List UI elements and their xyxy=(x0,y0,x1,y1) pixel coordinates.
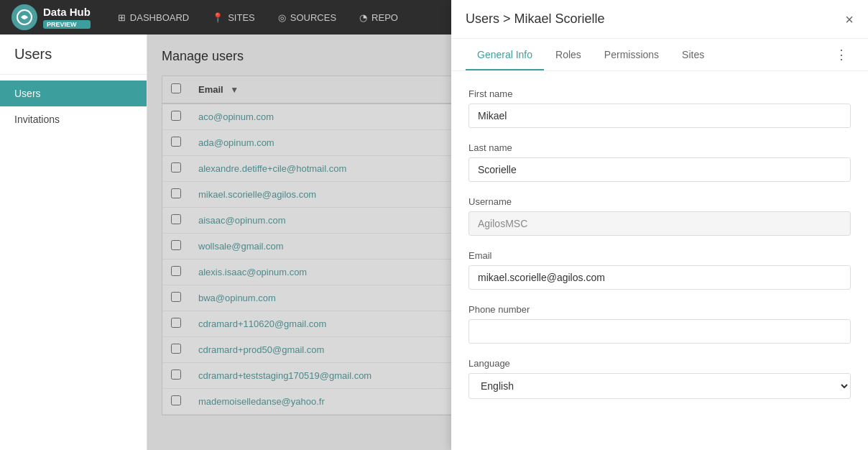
nav-sources[interactable]: ◎ SOURCES xyxy=(268,8,346,27)
pie-icon: ◔ xyxy=(359,12,367,23)
modal-body: First name Last name Username Email Phon… xyxy=(451,71,868,450)
nav-items: ⊞ DASHBOARD 📍 SITES ◎ SOURCES ◔ REPO xyxy=(108,8,408,27)
grid-icon: ⊞ xyxy=(118,12,126,23)
first-name-group: First name xyxy=(468,88,851,128)
last-name-label: Last name xyxy=(468,142,851,153)
email-label: Email xyxy=(468,250,851,261)
logo-area: Data Hub PREVIEW xyxy=(11,4,91,30)
first-name-input[interactable] xyxy=(468,104,851,128)
preview-badge: PREVIEW xyxy=(43,20,91,29)
email-input[interactable] xyxy=(468,265,851,290)
modal-close-button[interactable]: × xyxy=(845,12,854,27)
page-title: Users xyxy=(0,35,147,75)
modal-panel: Users > Mikael Scorielle × General Info … xyxy=(451,0,868,450)
logo-icon xyxy=(11,4,37,30)
nav-reports[interactable]: ◔ REPO xyxy=(349,8,408,27)
language-select[interactable]: English French Dutch xyxy=(468,373,851,399)
nav-sites[interactable]: 📍 SITES xyxy=(202,8,265,27)
tab-general-info[interactable]: General Info xyxy=(466,39,544,70)
more-options-button[interactable]: ⋮ xyxy=(829,44,854,65)
tab-roles[interactable]: Roles xyxy=(544,39,593,70)
language-label: Language xyxy=(468,358,851,369)
email-group: Email xyxy=(468,250,851,290)
modal-header: Users > Mikael Scorielle × xyxy=(451,0,868,39)
language-group: Language English French Dutch xyxy=(468,358,851,399)
nav-dashboard[interactable]: ⊞ DASHBOARD xyxy=(108,8,199,27)
username-group: Username xyxy=(468,196,851,236)
sidebar-menu: Users Invitations xyxy=(0,75,147,132)
sidebar-item-users[interactable]: Users xyxy=(0,81,147,106)
username-input xyxy=(468,211,851,236)
last-name-input[interactable] xyxy=(468,157,851,182)
modal-title: Users > Mikael Scorielle xyxy=(466,12,605,27)
logo-text: Data Hub xyxy=(43,6,91,19)
phone-group: Phone number xyxy=(468,304,851,344)
tab-sites[interactable]: Sites xyxy=(670,39,716,70)
modal-tabs: General Info Roles Permissions Sites ⋮ xyxy=(451,39,868,71)
sidebar: Users Users Invitations xyxy=(0,35,147,450)
map-pin-icon: 📍 xyxy=(212,12,223,23)
sidebar-item-invitations[interactable]: Invitations xyxy=(0,106,147,132)
last-name-group: Last name xyxy=(468,142,851,182)
sources-icon: ◎ xyxy=(278,12,286,23)
tab-permissions[interactable]: Permissions xyxy=(593,39,670,70)
first-name-label: First name xyxy=(468,88,851,99)
phone-input[interactable] xyxy=(468,319,851,344)
phone-label: Phone number xyxy=(468,304,851,315)
username-label: Username xyxy=(468,196,851,207)
